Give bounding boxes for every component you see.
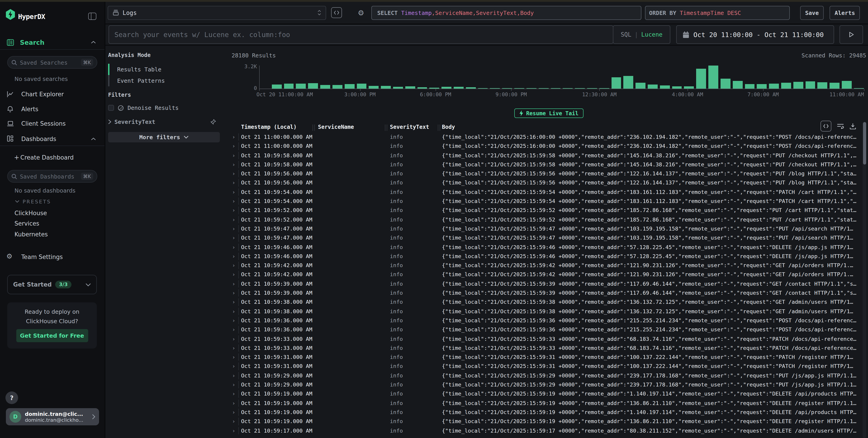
table-row[interactable]: ›Oct 21 10:59:52.000 AMinfo{"time_local"… (230, 206, 856, 215)
table-scrollbar[interactable] (863, 122, 866, 438)
histogram-bar[interactable] (296, 84, 306, 89)
row-expander-icon[interactable]: › (232, 271, 235, 278)
histogram-bar[interactable] (527, 88, 536, 89)
table-row[interactable]: ›Oct 21 11:00:00.000 AMinfo{"time_local"… (230, 132, 856, 142)
histogram-bar[interactable] (757, 84, 767, 89)
histogram-bar[interactable] (356, 84, 367, 89)
get-started-expander[interactable]: Get Started 3/3 (7, 275, 97, 294)
resume-live-tail-button[interactable]: Resume Live Tail (514, 108, 583, 118)
histogram-bar[interactable] (369, 86, 379, 89)
histogram-bar[interactable] (430, 88, 439, 89)
preset-kubernetes[interactable]: Kubernetes (14, 231, 48, 238)
col-body[interactable]: Body (442, 124, 455, 130)
histogram-chart[interactable]: 3.2K 0 Oct 20 11:00:00 AM3:00:00 PM6:00:… (230, 66, 864, 89)
table-row[interactable]: ›Oct 21 10:59:19.000 AMinfo{"time_local"… (230, 399, 856, 408)
saved-dashboards-input[interactable]: Saved Dashboards ⌘K (7, 170, 97, 182)
table-row[interactable]: ›Oct 21 11:00:00.000 AMinfo{"time_local"… (230, 142, 856, 151)
dashboards-chevron-up-icon[interactable] (91, 137, 96, 141)
row-expander-icon[interactable]: › (232, 345, 235, 351)
row-expander-icon[interactable]: › (232, 354, 235, 360)
histogram-bar[interactable] (417, 87, 427, 89)
histogram-bar[interactable] (538, 88, 549, 89)
histogram-bar[interactable] (817, 82, 828, 89)
table-row[interactable]: ›Oct 21 10:59:39.000 AMinfo{"time_local"… (230, 289, 856, 298)
mode-event-patterns[interactable]: Event Patterns (108, 75, 221, 86)
histogram-bar[interactable] (696, 69, 706, 89)
source-settings-button[interactable]: ⚙ (354, 7, 368, 19)
histogram-bar[interactable] (490, 88, 500, 89)
histogram-bar[interactable] (781, 83, 791, 89)
col-servicename[interactable]: ServiceName (318, 124, 354, 130)
sidebar-item-dashboards[interactable]: Dashboards (21, 136, 56, 142)
facet-chevron-right-icon[interactable] (108, 119, 111, 124)
language-sql[interactable]: SQL (621, 31, 631, 38)
order-by-input[interactable]: ORDER BY TimestampTime DESC (645, 6, 790, 20)
search-chevron-up-icon[interactable] (91, 41, 96, 44)
row-expander-icon[interactable]: › (232, 400, 235, 406)
saved-searches-input[interactable]: Saved Searches ⌘K (7, 56, 97, 69)
save-button[interactable]: Save (800, 6, 824, 20)
row-expander-icon[interactable]: › (232, 381, 235, 388)
row-expander-icon[interactable]: › (232, 290, 235, 296)
histogram-bar[interactable] (672, 86, 682, 89)
row-expander-icon[interactable]: › (232, 134, 235, 140)
sidebar-item-search[interactable]: Search (20, 39, 44, 46)
histogram-bar[interactable] (272, 85, 282, 89)
histogram-bar[interactable] (830, 83, 839, 89)
sidebar-item-alerts[interactable]: Alerts (21, 106, 38, 112)
table-row[interactable]: ›Oct 21 10:59:38.000 AMinfo{"time_local"… (230, 298, 856, 307)
histogram-bar[interactable] (308, 83, 318, 89)
column-resize-handle[interactable] (438, 125, 440, 131)
row-expander-icon[interactable]: › (232, 299, 235, 305)
table-row[interactable]: ›Oct 21 10:59:42.000 AMinfo{"time_local"… (230, 270, 856, 279)
row-expander-icon[interactable]: › (232, 326, 235, 333)
table-row[interactable]: ›Oct 21 10:59:58.000 AMinfo{"time_local"… (230, 160, 856, 169)
preset-clickhouse[interactable]: ClickHouse (14, 210, 47, 216)
row-expander-icon[interactable]: › (232, 281, 235, 287)
table-row[interactable]: ›Oct 21 10:59:56.000 AMinfo{"time_local"… (230, 169, 856, 178)
row-expander-icon[interactable]: › (232, 253, 235, 260)
table-row[interactable]: ›Oct 21 10:59:19.000 AMinfo{"time_local"… (230, 417, 856, 426)
histogram-bar[interactable] (344, 84, 354, 89)
row-expander-icon[interactable]: › (232, 262, 235, 269)
histogram-bar[interactable] (805, 81, 815, 89)
run-query-button[interactable] (839, 25, 863, 44)
presets-chevron-down-icon[interactable] (15, 200, 20, 203)
table-row[interactable]: ›Oct 21 10:59:38.000 AMinfo{"time_local"… (230, 307, 856, 316)
table-row[interactable]: ›Oct 21 10:59:46.000 AMinfo{"time_local"… (230, 242, 856, 252)
row-expander-icon[interactable]: › (232, 409, 235, 415)
table-row[interactable]: ›Oct 21 10:59:54.000 AMinfo{"time_local"… (230, 188, 856, 197)
histogram-bar[interactable] (636, 83, 646, 89)
scrollbar-thumb[interactable] (863, 122, 866, 165)
row-expander-icon[interactable]: › (232, 363, 235, 370)
date-range-picker[interactable]: Oct 20 11:00:00 - Oct 21 11:00:00 (676, 25, 834, 44)
histogram-bar[interactable] (733, 81, 742, 89)
table-row[interactable]: ›Oct 21 10:59:17.000 AMinfo{"time_local"… (230, 426, 856, 435)
col-severitytext[interactable]: SeverityText (390, 124, 429, 130)
denoise-label[interactable]: Denoise Results (128, 104, 179, 111)
histogram-bar[interactable] (794, 82, 803, 89)
histogram-bar[interactable] (599, 88, 609, 89)
row-expander-icon[interactable]: › (232, 226, 235, 232)
histogram-bar[interactable] (320, 85, 330, 89)
histogram-bar[interactable] (587, 88, 597, 89)
denoise-checkbox[interactable] (108, 105, 114, 111)
row-expander-icon[interactable]: › (232, 317, 235, 324)
row-expander-icon[interactable]: › (232, 427, 235, 434)
histogram-bar[interactable] (611, 77, 621, 89)
table-row[interactable]: ›Oct 21 10:59:52.000 AMinfo{"time_local"… (230, 215, 856, 224)
table-row[interactable]: ›Oct 21 10:59:19.000 AMinfo{"time_local"… (230, 408, 856, 417)
sidebar-collapse-button[interactable] (88, 13, 96, 20)
table-row[interactable]: ›Oct 21 10:59:47.000 AMinfo{"time_local"… (230, 224, 856, 233)
row-expander-icon[interactable]: › (232, 391, 235, 397)
table-row[interactable]: ›Oct 21 10:59:33.000 AMinfo{"time_local"… (230, 343, 856, 353)
table-row[interactable]: ›Oct 21 10:59:29.000 AMinfo{"time_local"… (230, 371, 856, 380)
pin-icon[interactable] (210, 119, 216, 125)
table-row[interactable]: ›Oct 21 10:59:33.000 AMinfo{"time_local"… (230, 334, 856, 343)
row-expander-icon[interactable]: › (232, 216, 235, 223)
histogram-bar[interactable] (660, 86, 670, 89)
row-expander-icon[interactable]: › (232, 161, 235, 168)
histogram-bar[interactable] (333, 85, 342, 89)
table-row[interactable]: ›Oct 21 10:59:31.000 AMinfo{"time_local"… (230, 352, 856, 362)
histogram-bar[interactable] (575, 88, 585, 89)
